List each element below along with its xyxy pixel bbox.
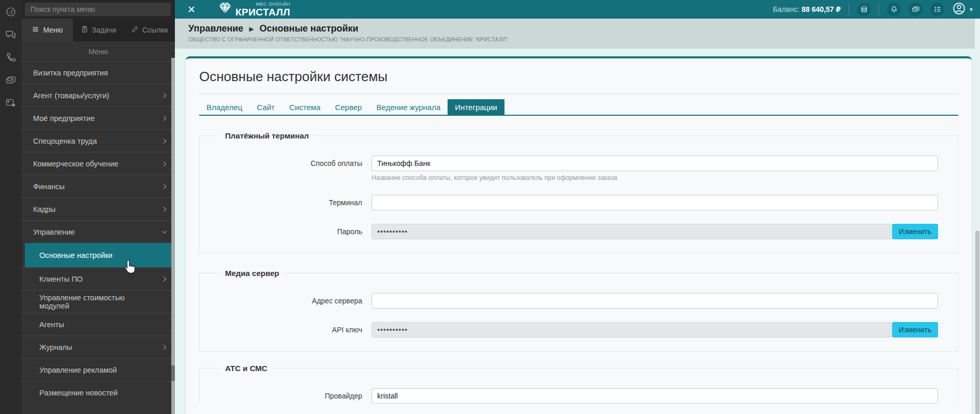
sidebar-tab-menu-label: Меню: [43, 26, 63, 34]
divider: [879, 4, 879, 15]
sidebar-tab-tasks-label: Задачи: [92, 26, 116, 34]
section-legend: Медиа сервер: [220, 269, 284, 278]
sidebar: Меню Задачи Ссылки Меню Визитка предприя…: [22, 0, 175, 414]
balance-value: 88 640,57 ₽: [801, 5, 841, 13]
change-api-key-button[interactable]: Изменить: [892, 322, 938, 338]
balance-label: Баланс:: [773, 5, 800, 13]
divider: [199, 94, 958, 94]
sidebar-item-my-company[interactable]: Моё предприятие: [22, 106, 175, 129]
sidebar-tab-links-label: Ссылки: [142, 26, 168, 34]
tab-integrations[interactable]: Интеграции: [448, 99, 504, 115]
chevron-right-icon: [160, 343, 169, 351]
brand-title: КРИСТАЛЛ: [235, 7, 290, 17]
sidebar-item-work-assessment[interactable]: Спецоценка труда: [22, 129, 175, 152]
brand-subtitle: МБС ОНЛАЙН: [235, 2, 290, 7]
api-key-masked-input: [372, 322, 892, 338]
sidebar-scrollbar[interactable]: [171, 58, 175, 414]
media-upload-icon[interactable]: [5, 97, 17, 109]
provider-input[interactable]: [372, 388, 938, 404]
breadcrumb-separator-icon: ▶: [249, 25, 254, 33]
sidebar-item-module-pricing[interactable]: Управление стоимостью модулей: [22, 290, 175, 313]
payments-coins-icon[interactable]: [857, 3, 871, 17]
change-password-button[interactable]: Изменить: [892, 224, 938, 239]
tab-server[interactable]: Сервер: [328, 99, 369, 115]
menu-search-row: [22, 0, 175, 19]
sidebar-item-main-settings[interactable]: Основные настройки: [25, 243, 175, 267]
breadcrumb: Управление ▶ Основные настройки: [188, 23, 980, 34]
settings-tabs: Владелец Сайт Система Сервер Ведение жур…: [199, 99, 958, 116]
notifications-bell-icon[interactable]: [887, 3, 901, 17]
sidebar-item-commercial-training[interactable]: Коммерческое обучение: [22, 152, 175, 175]
server-address-input[interactable]: [372, 293, 938, 309]
page-title: Основные настройки системы: [199, 58, 958, 85]
section-legend: АТС и СМС: [220, 364, 272, 373]
messages-mail-icon[interactable]: [909, 3, 923, 17]
breadcrumb-current: Основные настройки: [260, 23, 359, 34]
chevron-right-icon: [160, 205, 169, 213]
clipboard-icon: [81, 25, 88, 35]
brand-logo[interactable]: МБС ОНЛАЙН КРИСТАЛЛ: [218, 2, 290, 17]
topbar-right: Баланс: 88 640,57 ₽ ▼: [773, 2, 974, 18]
section-payment-terminal: Платёжный терминал Способ оплаты Названи…: [199, 131, 958, 253]
tab-owner[interactable]: Владелец: [199, 99, 249, 115]
chevron-right-icon: [160, 91, 169, 100]
form-row: Адрес сервера: [200, 293, 938, 309]
field-label: Способ оплаты: [200, 156, 372, 181]
user-avatar-icon: [952, 2, 966, 18]
sidebar-item-company-card[interactable]: Визитка предприятия: [22, 61, 175, 84]
chevron-right-icon: [160, 160, 169, 168]
dashboard-icon[interactable]: [5, 6, 17, 18]
diamond-icon: [218, 2, 232, 17]
mail-icon[interactable]: [5, 74, 17, 86]
field-label: Терминал: [200, 195, 372, 210]
terminal-input[interactable]: [372, 195, 938, 210]
sidebar-tab-menu[interactable]: Меню: [22, 19, 73, 41]
field-label: API ключ: [200, 322, 372, 338]
icon-rail: [0, 0, 22, 414]
chevron-down-icon: ▼: [969, 7, 974, 12]
field-hint: Название способа оплаты, которое увидит …: [372, 174, 938, 181]
chevron-right-icon: [160, 114, 169, 122]
page-scrollbar[interactable]: [975, 19, 980, 414]
section-ats-sms: АТС и СМС Провайдер: [199, 364, 958, 404]
sidebar-item-journals[interactable]: Журналы: [22, 335, 175, 358]
sidebar-item-hr[interactable]: Кадры: [22, 197, 175, 220]
topbar: ✕ МБС ОНЛАЙН КРИСТАЛЛ Баланс: 88 640,57 …: [175, 0, 980, 19]
chevron-right-icon: [160, 275, 169, 283]
page-scrollbar-thumb[interactable]: [975, 231, 979, 414]
sidebar-item-agent[interactable]: Агент (товары/услуги): [22, 84, 175, 106]
sidebar-item-ads-management[interactable]: Управление рекламой: [22, 358, 175, 381]
tasks-checklist-icon[interactable]: [930, 3, 944, 17]
link-icon: [131, 25, 139, 35]
organization-name: ОБЩЕСТВО С ОГРАНИЧЕННОЙ ОТВЕТСТВЕННОСТЬЮ…: [188, 36, 980, 42]
chevron-right-icon: [160, 137, 169, 145]
sidebar-tab-links[interactable]: Ссылки: [124, 19, 175, 41]
account-menu[interactable]: ▼: [952, 2, 974, 18]
sidebar-item-finance[interactable]: Финансы: [22, 175, 175, 197]
form-row: Способ оплаты Название способа оплаты, к…: [200, 156, 938, 181]
tab-system[interactable]: Система: [282, 99, 328, 115]
menu-search-input[interactable]: [25, 3, 171, 16]
payment-method-input[interactable]: [372, 156, 938, 171]
sidebar-item-management[interactable]: Управление: [22, 220, 175, 243]
sidebar-tab-tasks[interactable]: Задачи: [73, 19, 124, 41]
tab-site[interactable]: Сайт: [249, 99, 282, 115]
hamburger-icon: [32, 25, 39, 35]
chat-icon[interactable]: [5, 29, 17, 40]
sidebar-item-news-posting[interactable]: Размещение новостей: [22, 381, 175, 404]
main-area: Основные настройки системы Владелец Сайт…: [175, 49, 980, 414]
menu-section-header: Меню: [22, 41, 175, 61]
sidebar-tabs: Меню Задачи Ссылки: [22, 19, 175, 41]
settings-card: Основные настройки системы Владелец Сайт…: [186, 56, 972, 414]
close-icon[interactable]: ✕: [187, 5, 196, 14]
phone-icon[interactable]: [5, 52, 17, 63]
tab-logging[interactable]: Ведение журнала: [369, 99, 448, 115]
chevron-down-icon: [160, 228, 169, 236]
password-masked-input: [372, 224, 892, 239]
chevron-right-icon: [160, 182, 169, 191]
section-legend: Платёжный терминал: [220, 131, 314, 140]
breadcrumb-parent[interactable]: Управление: [188, 23, 243, 34]
section-media-server: Медиа сервер Адрес сервера API ключ Изме…: [199, 269, 958, 351]
sidebar-item-agents[interactable]: Агенты: [22, 313, 175, 335]
sidebar-item-software-clients[interactable]: Клиенты ПО: [22, 267, 175, 290]
